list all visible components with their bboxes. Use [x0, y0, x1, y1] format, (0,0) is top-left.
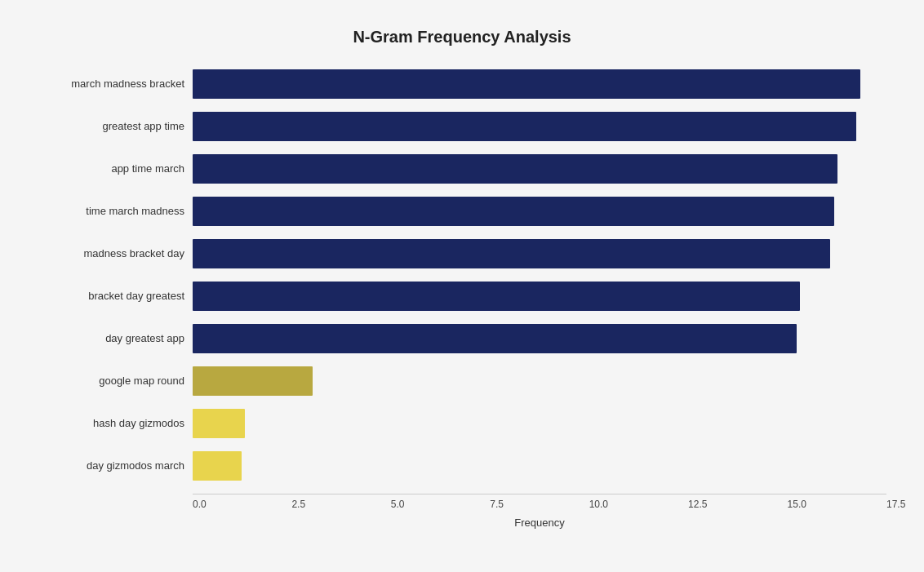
bar-fill [193, 451, 242, 481]
bar-fill [193, 324, 797, 353]
bar-track [193, 409, 886, 438]
chart-title: N-Gram Frequency Analysis [38, 28, 886, 47]
bar-label: march madness bracket [38, 78, 193, 90]
bar-chart: march madness bracket greatest app time … [38, 63, 886, 487]
bar-label: madness bracket day [38, 247, 193, 259]
bar-row: google map round [38, 360, 886, 402]
bar-row: app time march [38, 148, 886, 190]
chart-container: N-Gram Frequency Analysis march madness … [13, 11, 911, 561]
bar-track [193, 366, 886, 396]
bar-label: day gizmodos march [38, 459, 193, 472]
bar-label: day greatest app [38, 332, 193, 344]
bar-fill [193, 409, 245, 438]
x-axis-ticks: 0.02.55.07.510.012.515.017.5 [193, 494, 886, 510]
bar-label: app time march [38, 162, 193, 175]
bar-track [193, 324, 886, 353]
bar-label: google map round [38, 375, 193, 387]
bar-fill [193, 366, 313, 396]
bar-label: greatest app time [38, 120, 193, 132]
bar-fill [193, 69, 860, 99]
bar-track [193, 239, 886, 268]
bar-row: madness bracket day [38, 233, 886, 275]
bar-track [193, 451, 886, 481]
bar-row: day gizmodos march [38, 445, 886, 487]
bar-track [193, 197, 886, 226]
x-axis: 0.02.55.07.510.012.515.017.5 Frequency [193, 494, 886, 529]
bar-row: march madness bracket [38, 63, 886, 105]
bar-fill [193, 154, 837, 184]
bar-fill [193, 197, 834, 226]
bar-track [193, 282, 886, 311]
bar-track [193, 154, 886, 184]
bar-label: hash day gizmodos [38, 417, 193, 429]
bar-row: greatest app time [38, 105, 886, 148]
bar-row: time march madness [38, 190, 886, 233]
bar-row: bracket day greatest [38, 275, 886, 317]
x-axis-label: Frequency [193, 517, 886, 529]
bar-fill [193, 112, 856, 141]
bar-row: day greatest app [38, 317, 886, 360]
bar-track [193, 112, 886, 141]
bar-fill [193, 282, 800, 311]
bar-label: bracket day greatest [38, 290, 193, 302]
bar-fill [193, 239, 830, 268]
bar-track [193, 69, 886, 99]
bar-row: hash day gizmodos [38, 402, 886, 445]
bar-label: time march madness [38, 205, 193, 217]
